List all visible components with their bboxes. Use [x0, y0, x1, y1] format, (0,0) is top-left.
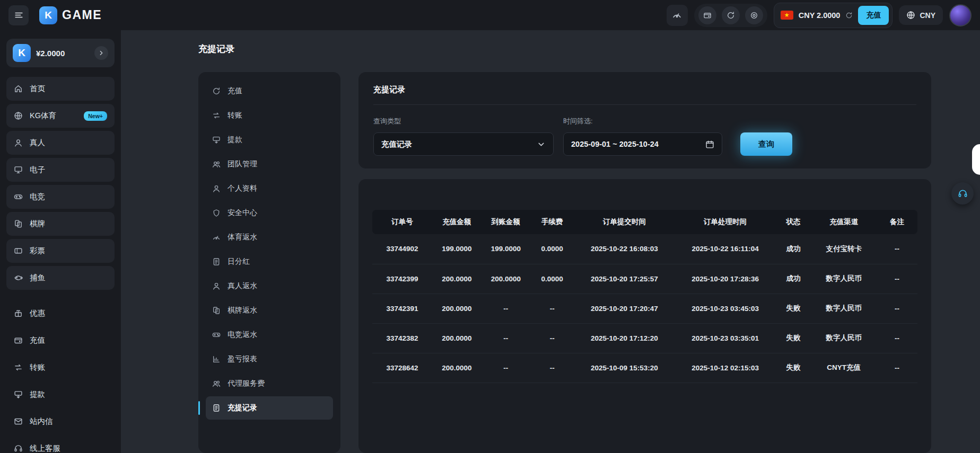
user-avatar[interactable]	[949, 4, 972, 26]
subnav-item[interactable]: 团队管理	[206, 153, 333, 176]
table-cell: --	[530, 294, 574, 323]
refresh-balance-icon[interactable]	[845, 12, 853, 19]
subnav-item[interactable]: 个人资料	[206, 177, 333, 200]
table-cell: 0.0000	[530, 264, 574, 294]
sidebar-item[interactable]: 真人	[6, 131, 115, 155]
cards-icon	[14, 219, 23, 228]
subnav-item-label: 电竞返水	[228, 330, 257, 340]
team-icon	[212, 160, 221, 168]
sidebar-item-label: 线上客服	[30, 443, 60, 453]
sidebar-group: 优惠充值转账提款站内信线上客服	[6, 301, 115, 453]
wallet-expand-button[interactable]	[94, 46, 108, 60]
table-cell: --	[482, 294, 531, 323]
table-cell: 33744902	[372, 234, 432, 264]
team-icon	[212, 379, 221, 388]
sidebar-item[interactable]: 彩票	[6, 239, 115, 263]
transfer-icon	[14, 363, 23, 372]
search-button[interactable]: 查询	[740, 132, 792, 156]
sidebar-item[interactable]: 站内信	[6, 410, 115, 433]
top-header: K GAME ★ CNY 2.0000 充值 CNY	[0, 0, 980, 30]
table-cell: 2025-10-20 17:20:47	[574, 294, 675, 323]
subnav-item-label: 盈亏报表	[228, 354, 257, 364]
subnav-item[interactable]: 充值	[206, 79, 333, 103]
menu-toggle-button[interactable]	[8, 5, 29, 25]
subnav-item[interactable]: 真人返水	[206, 274, 333, 298]
target-button[interactable]	[745, 6, 763, 24]
records-panel: 订单号充值金额到账金额手续费订单提交时间订单处理时间状态充值渠道备注 33744…	[358, 179, 931, 453]
table-cell: --	[877, 294, 917, 323]
refresh-button[interactable]	[722, 6, 740, 24]
language-currency-button[interactable]: CNY	[899, 5, 943, 25]
sidebar-group: 首页KG体育New+真人电子电竞棋牌彩票捕鱼	[6, 77, 115, 290]
column-header: 状态	[776, 210, 811, 234]
content-row: 充值转账提款团队管理个人资料安全中心体育返水日分红真人返水棋牌返水电竞返水盈亏报…	[198, 72, 931, 453]
subnav-item[interactable]: 提款	[206, 128, 333, 152]
table-cell: --	[530, 353, 574, 383]
headset-icon	[958, 189, 968, 199]
records-column: 充提记录 查询类型 充值记录 时间筛选:	[358, 72, 931, 453]
column-header: 到账金额	[482, 210, 531, 234]
sidebar-item-label: 优惠	[30, 308, 45, 318]
sidebar-item[interactable]: 线上客服	[6, 437, 115, 453]
query-type-select[interactable]: 充值记录	[373, 132, 554, 156]
subnav-item[interactable]: 体育返水	[206, 226, 333, 249]
sidebar-item-label: 捕鱼	[30, 273, 45, 283]
column-header: 充值渠道	[811, 210, 877, 234]
deposit-button[interactable]: 充值	[858, 6, 889, 25]
subnav-item[interactable]: 盈亏报表	[206, 348, 333, 371]
column-header: 充值金额	[432, 210, 482, 234]
subnav-item-label: 棋牌返水	[228, 306, 257, 315]
ticket-icon	[14, 246, 23, 255]
subnav-item[interactable]: 棋牌返水	[206, 299, 333, 322]
sidebar-item[interactable]: 棋牌	[6, 212, 115, 236]
page-title: 充提记录	[198, 43, 931, 55]
query-type-group: 查询类型 充值记录	[373, 117, 554, 156]
sidebar-item-label: 转账	[30, 362, 45, 372]
sidebar-item[interactable]: 电竞	[6, 185, 115, 209]
table-row: 33744902199.0000199.00000.00002025-10-22…	[372, 234, 917, 264]
date-range-input[interactable]: 2025-09-01 ~ 2025-10-24	[563, 132, 722, 156]
table-row: 33742391200.0000----2025-10-20 17:20:472…	[372, 294, 917, 323]
sidebar-item[interactable]: 首页	[6, 77, 115, 101]
withdraw-icon	[14, 390, 23, 399]
currency-selector[interactable]: ★ CNY 2.0000 充值	[774, 3, 893, 28]
fish-icon	[14, 273, 23, 282]
subnav-item[interactable]: 安全中心	[206, 201, 333, 225]
sidebar-item[interactable]: 电子	[6, 158, 115, 182]
column-header: 订单号	[372, 210, 432, 234]
support-button[interactable]	[951, 182, 974, 205]
gauge-icon	[212, 233, 221, 242]
sidebar-item-label: 电子	[30, 165, 45, 175]
table-cell: --	[877, 264, 917, 294]
withdraw-icon	[212, 136, 221, 144]
table-cell: 33742391	[372, 294, 432, 323]
sidebar-item[interactable]: KG体育New+	[6, 104, 115, 128]
sidebar-item-label: KG体育	[30, 111, 56, 121]
new-badge: New+	[84, 111, 107, 121]
sidebar-item[interactable]: 转账	[6, 356, 115, 379]
table-cell: 失败	[776, 353, 811, 383]
doc-icon	[212, 257, 221, 266]
wallet-card[interactable]: K ¥2.0000	[6, 39, 115, 67]
sidebar-item[interactable]: 捕鱼	[6, 266, 115, 290]
gauge-button[interactable]	[667, 5, 688, 26]
wallet-icon	[703, 11, 712, 20]
subnav-item[interactable]: 转账	[206, 104, 333, 127]
table-body: 33744902199.0000199.00000.00002025-10-22…	[372, 234, 917, 383]
side-drawer-handle[interactable]	[972, 144, 980, 175]
gift-icon	[14, 309, 23, 318]
cards-icon	[212, 306, 221, 315]
wallet-button[interactable]	[698, 6, 716, 24]
brand-logo[interactable]: K GAME	[39, 6, 102, 24]
subnav-item[interactable]: 电竞返水	[206, 323, 333, 347]
sidebar-item[interactable]: 优惠	[6, 301, 115, 325]
account-subnav: 充值转账提款团队管理个人资料安全中心体育返水日分红真人返水棋牌返水电竞返水盈亏报…	[198, 72, 340, 453]
sidebar-item[interactable]: 充值	[6, 328, 115, 352]
subnav-item[interactable]: 充提记录	[206, 396, 333, 420]
subnav-item[interactable]: 日分红	[206, 250, 333, 273]
sidebar-item[interactable]: 提款	[6, 383, 115, 406]
home-icon	[14, 84, 23, 93]
utility-icon-group	[694, 4, 767, 27]
subnav-item-label: 安全中心	[228, 208, 257, 218]
subnav-item[interactable]: 代理服务费	[206, 372, 333, 395]
